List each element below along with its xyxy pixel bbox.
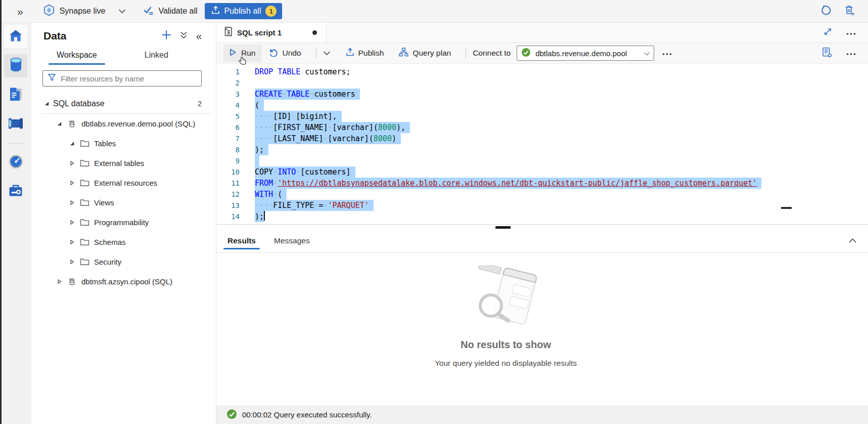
token-id: (: [255, 101, 259, 110]
scrollbar-mark[interactable]: [781, 207, 792, 209]
publish-all-button[interactable]: Publish all 1: [205, 3, 283, 19]
sql-code-editor[interactable]: 1DROP TABLE customers;23CREATE·TABLE·cus…: [216, 64, 868, 224]
code-line-text: WITH·(: [255, 189, 287, 200]
results-empty-state: No results to show Your query yielded no…: [216, 253, 868, 405]
expand-all-icon[interactable]: [180, 31, 188, 41]
panel-resize-sash[interactable]: [216, 224, 868, 229]
undo-button[interactable]: Undo: [269, 48, 301, 59]
tree-item-sql-database[interactable]: SQL database2: [31, 94, 216, 113]
code-line[interactable]: 8);: [216, 144, 868, 155]
code-line[interactable]: 4(: [216, 100, 868, 111]
tab-sql-script-1[interactable]: SQL script 1: [216, 23, 327, 43]
expand-editor-icon[interactable]: [824, 27, 832, 38]
collapse-panel-icon[interactable]: «: [196, 31, 202, 41]
filter-resources-box[interactable]: [42, 70, 202, 87]
code-line[interactable]: 12WITH·(: [216, 189, 868, 200]
expand-node-icon[interactable]: [55, 279, 64, 284]
tab-workspace[interactable]: Workspace: [49, 45, 105, 65]
tab-linked[interactable]: Linked: [136, 45, 176, 65]
tree-item-programmability[interactable]: Programmability: [31, 213, 216, 232]
expand-node-icon[interactable]: [68, 259, 76, 265]
query-plan-button[interactable]: Query plan: [399, 48, 451, 59]
code-line[interactable]: 10COPY·INTO·[customers]: [216, 166, 868, 178]
tree-item-label: Schemas: [94, 238, 126, 246]
code-line[interactable]: 7····[LAST_NAME]·[varchar](8000): [216, 133, 868, 144]
expand-node-icon[interactable]: [68, 220, 76, 225]
whitespace: ·: [273, 167, 278, 177]
tree-item-label: Programmability: [94, 218, 149, 227]
line-number: 14: [216, 211, 240, 222]
discard-trash-icon[interactable]: [845, 5, 855, 18]
tree-item-tables[interactable]: Tables: [31, 134, 216, 153]
more-icon[interactable]: [846, 49, 856, 58]
environment-switcher[interactable]: Synapse live: [43, 4, 126, 18]
code-line[interactable]: 13····FILE_TYPE·=·'PARQUET': [216, 200, 868, 211]
add-icon[interactable]: [161, 30, 171, 42]
top-command-bar: » Synapse live Validate all Publish all …: [0, 0, 868, 23]
publish-up-icon: [346, 48, 354, 59]
data-explorer-panel: Data « Workspace Linked SQL database2dbt…: [31, 23, 216, 424]
expand-node-icon[interactable]: [68, 180, 76, 186]
code-line[interactable]: 2: [216, 77, 868, 89]
connection-more-button[interactable]: [662, 49, 672, 58]
tab-results[interactable]: Results: [222, 229, 261, 252]
nav-home[interactable]: [4, 25, 27, 48]
nav-manage[interactable]: [4, 180, 27, 203]
tree-item-dbtlabs-revenue-demo-pool-sql[interactable]: dbtlabs.revenue.demo.pool (SQL): [31, 114, 216, 134]
code-line[interactable]: 11FROM·'https://dbtlabsynapsedatalake.bl…: [216, 178, 868, 189]
expand-node-icon[interactable]: [68, 200, 76, 205]
refresh-icon[interactable]: [821, 5, 832, 18]
rail-divider: [8, 143, 23, 144]
connected-check-icon: [521, 48, 531, 59]
undo-redo-dropdown[interactable]: [323, 49, 331, 58]
collapse-node-icon[interactable]: [42, 101, 51, 106]
whitespace: ····: [255, 134, 273, 143]
sash-drag-handle[interactable]: [495, 226, 511, 229]
validate-all-button[interactable]: Validate all: [143, 6, 197, 17]
tree-item-external-resources[interactable]: External resources: [31, 173, 216, 193]
tree-item-security[interactable]: Security: [31, 252, 216, 272]
tree-item-dbtmsft-azsyn-cipool-sql[interactable]: dbtmsft.azsyn.cipool (SQL): [31, 272, 216, 291]
more-icon[interactable]: [846, 28, 856, 37]
folder-icon: [80, 238, 89, 246]
token-id: [varchar](: [333, 123, 378, 132]
publish-button[interactable]: Publish: [346, 48, 384, 59]
code-line-text: ····[FIRST_NAME]·[varchar](8000),: [255, 122, 410, 133]
nav-develop[interactable]: [4, 83, 27, 107]
code-line[interactable]: 5····[ID]·[bigint],: [216, 111, 868, 122]
code-line[interactable]: 9: [216, 155, 868, 166]
token-kw: CREATE: [255, 90, 282, 99]
toolbar-divider: [466, 48, 466, 59]
code-line[interactable]: 6····[FIRST_NAME]·[varchar](8000),: [216, 122, 868, 133]
code-line-text: ····[LAST_NAME]·[varchar](8000): [255, 133, 401, 144]
nav-integrate[interactable]: [4, 113, 27, 136]
monitor-icon: [9, 154, 23, 171]
code-line-text: CREATE·TABLE·customers: [255, 89, 360, 100]
nav-monitor[interactable]: [4, 151, 27, 174]
expand-node-icon[interactable]: [68, 160, 76, 166]
collapse-node-icon[interactable]: [68, 141, 76, 146]
line-number: 12: [216, 189, 240, 200]
filter-funnel-icon: [48, 73, 56, 83]
code-line[interactable]: 14);: [216, 211, 868, 222]
tree-item-views[interactable]: Views: [31, 193, 216, 213]
connection-dropdown[interactable]: dbtlabs.revenue.demo.pool: [517, 46, 654, 61]
expand-menu-icon[interactable]: »: [17, 6, 23, 17]
tab-messages[interactable]: Messages: [269, 229, 315, 252]
folder-icon: [80, 258, 89, 266]
results-tab-bar: Results Messages: [216, 229, 868, 253]
code-line[interactable]: 1DROP TABLE customers;: [216, 66, 868, 77]
folder-icon: [80, 199, 89, 206]
chevron-down-icon: [323, 49, 331, 58]
view-properties-icon[interactable]: [822, 47, 832, 60]
collapse-node-icon[interactable]: [55, 121, 64, 126]
query-status-text: 00:00:02 Query executed successfully.: [242, 410, 372, 419]
code-line-text: FROM·'https://dbtlabsynapsedatalake.blob…: [255, 178, 761, 189]
tree-item-schemas[interactable]: Schemas: [31, 232, 216, 252]
filter-resources-input[interactable]: [61, 74, 197, 83]
expand-node-icon[interactable]: [68, 239, 76, 245]
tree-item-external-tables[interactable]: External tables: [31, 153, 216, 173]
chevron-up-icon[interactable]: [848, 236, 857, 245]
nav-data[interactable]: [4, 54, 27, 77]
code-line[interactable]: 3CREATE·TABLE·customers: [216, 89, 868, 100]
